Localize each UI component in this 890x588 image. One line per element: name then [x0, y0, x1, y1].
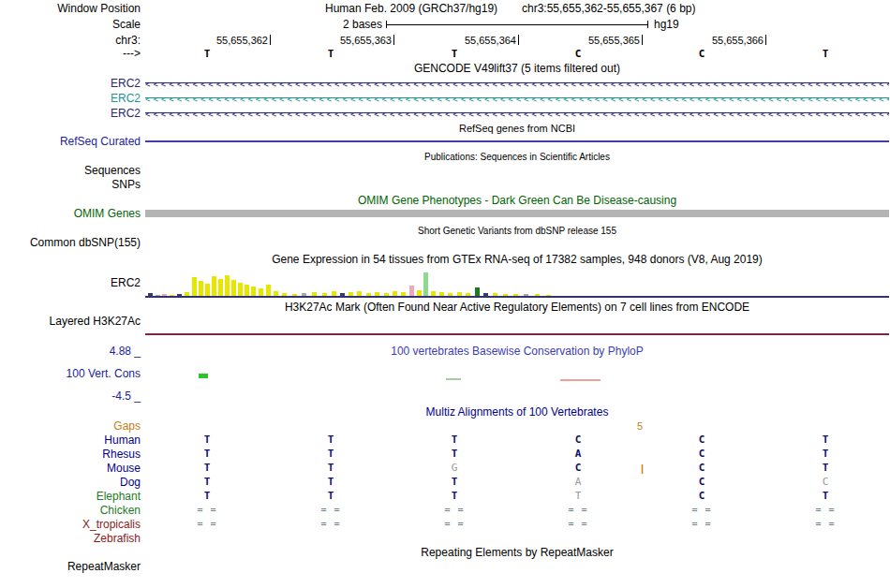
- phylop-mark: [199, 374, 208, 378]
- alignment-cell: T: [441, 476, 467, 489]
- cons-track-label[interactable]: 100 Vert. Cons: [0, 367, 141, 380]
- gtex-bar: [238, 283, 243, 297]
- gene-track-row[interactable]: <<<<<<<<<<<<<<<<<<<<<<<<<<<<<<<<<<<<<<<<…: [145, 107, 889, 119]
- window-position-label: Window Position: [0, 2, 141, 15]
- dbsnp-label[interactable]: Common dbSNP(155): [0, 236, 141, 249]
- alignment-cell: T: [318, 434, 344, 447]
- alignment-cell: C: [689, 434, 715, 447]
- base-letter: T: [447, 48, 462, 60]
- gtex-bar: [231, 280, 236, 297]
- alignment-cell: = =: [812, 518, 838, 531]
- alignment-cell: C: [565, 462, 591, 475]
- encode-header: H3K27Ac Mark (Often Found Near Active Re…: [145, 301, 889, 314]
- base-letter: T: [200, 48, 215, 60]
- gtex-bar: [225, 275, 230, 297]
- gtex-baseline: [145, 296, 889, 298]
- repeatmasker-header: Repeating Elements by RepeatMasker: [145, 546, 889, 559]
- gtex-bar: [199, 281, 203, 297]
- alignment-cell: T: [441, 434, 467, 447]
- direction-arrows: <<<<<<<<<<<<<<<<<<<<<<<<<<<<<<<<<<<<<<<<…: [145, 80, 889, 89]
- h3k27ac-track[interactable]: [145, 333, 889, 335]
- gene-track-row[interactable]: <<<<<<<<<<<<<<<<<<<<<<<<<<<<<<<<<<<<<<<<…: [145, 77, 889, 89]
- phylop-header: 100 vertebrates Basewise Conservation by…: [145, 345, 889, 358]
- alignment-cell: = =: [565, 504, 591, 517]
- alignment-cell: C: [689, 476, 715, 489]
- alignment-cell: T: [194, 462, 220, 475]
- multiz-species-label[interactable]: Elephant: [0, 490, 141, 503]
- alignment-cell: T: [812, 434, 838, 447]
- genome-browser: Window Position Human Feb. 2009 (GRCh37/…: [0, 0, 890, 588]
- scale-bar-left-tick: [386, 21, 387, 28]
- snps-label[interactable]: SNPs: [0, 178, 141, 191]
- multiz-species-label[interactable]: Dog: [0, 476, 141, 489]
- alignment-cell: T: [194, 434, 220, 447]
- alignment-cell: T: [318, 448, 344, 461]
- multiz-species-label[interactable]: Human: [0, 434, 141, 447]
- ruler-tick-label: 55,655,366: [712, 34, 764, 47]
- ruler-tick-label: 55,655,362: [216, 34, 268, 47]
- multiz-species-label[interactable]: Zebrafish: [0, 532, 141, 545]
- gene-track-row[interactable]: <<<<<<<<<<<<<<<<<<<<<<<<<<<<<<<<<<<<<<<<…: [145, 92, 889, 104]
- scale-label: Scale: [0, 18, 141, 31]
- alignment-cell: C: [689, 448, 715, 461]
- gtex-bar: [423, 272, 428, 297]
- omim-genes-label[interactable]: OMIM Genes: [0, 207, 141, 220]
- multiz-species-label[interactable]: Chicken: [0, 504, 141, 517]
- ruler-tick: [642, 35, 643, 45]
- alignment-cell: T: [812, 462, 838, 475]
- alignment-cell: = =: [689, 504, 715, 517]
- gene-track-label-1[interactable]: ERC2: [0, 77, 141, 90]
- alignment-cell: C: [689, 490, 715, 503]
- scale-bar-right-tick: [647, 21, 648, 28]
- insertion-marker: |: [641, 462, 644, 475]
- alignment-cell: T: [194, 476, 220, 489]
- multiz-species-label[interactable]: Rhesus: [0, 448, 141, 461]
- gtex-gene-label[interactable]: ERC2: [0, 276, 141, 289]
- alignment-cell: C: [689, 462, 715, 475]
- alignment-cell: = =: [441, 518, 467, 531]
- alignment-cell: T: [441, 490, 467, 503]
- ruler-tick-label: 55,655,365: [588, 34, 640, 47]
- gap-count: 5: [637, 419, 643, 433]
- refseq-header: RefSeq genes from NCBI: [145, 122, 889, 135]
- alignment-cell: T: [318, 476, 344, 489]
- multiz-species-label[interactable]: Mouse: [0, 462, 141, 475]
- phylop-mark: [560, 379, 601, 381]
- alignment-cell: C: [565, 434, 591, 447]
- refseq-curated-label[interactable]: RefSeq Curated: [0, 135, 141, 148]
- position-range: chr3:55,655,362-55,655,367 (6 bp): [522, 2, 695, 15]
- scale-bar: [386, 24, 648, 25]
- alignment-cell: = =: [194, 504, 220, 517]
- base-letter: T: [818, 48, 833, 60]
- alignment-cell: = =: [194, 518, 220, 531]
- alignment-cell: A: [565, 448, 591, 461]
- multiz-species-label[interactable]: Gaps: [0, 419, 141, 433]
- assembly-tag: hg19: [654, 18, 679, 31]
- gtex-bar: [218, 279, 223, 297]
- scale-value: 2 bases: [281, 18, 382, 31]
- sequences-label[interactable]: Sequences: [0, 164, 141, 177]
- gencode-header: GENCODE V49lift37 (5 items filtered out): [145, 62, 889, 75]
- phylop-mark: [446, 378, 461, 380]
- gtex-header: Gene Expression in 54 tissues from GTEx …: [145, 253, 889, 266]
- alignment-cell: T: [812, 490, 838, 503]
- alignment-cell: = =: [318, 504, 344, 517]
- h3k27ac-label[interactable]: Layered H3K27Ac: [0, 315, 141, 328]
- multiz-header: Multiz Alignments of 100 Vertebrates: [145, 405, 889, 419]
- alignment-cell: = =: [812, 504, 838, 517]
- alignment-cell: = =: [689, 518, 715, 531]
- alignment-cell: = =: [318, 518, 344, 531]
- ruler-tick: [765, 35, 766, 45]
- strand-label: --->: [0, 47, 141, 60]
- alignment-cell: T: [194, 448, 220, 461]
- gtex-bar: [212, 276, 216, 297]
- omim-genes-track[interactable]: [145, 210, 889, 217]
- gene-track-label-2[interactable]: ERC2: [0, 92, 141, 105]
- multiz-species-label[interactable]: X_tropicalis: [0, 518, 141, 531]
- gene-track-label-3[interactable]: ERC2: [0, 107, 141, 120]
- refseq-curated-track[interactable]: [145, 140, 889, 142]
- alignment-cell: T: [812, 448, 838, 461]
- base-letter: T: [323, 48, 338, 60]
- repeatmasker-label[interactable]: RepeatMasker: [0, 560, 141, 573]
- ruler-tick: [393, 35, 394, 45]
